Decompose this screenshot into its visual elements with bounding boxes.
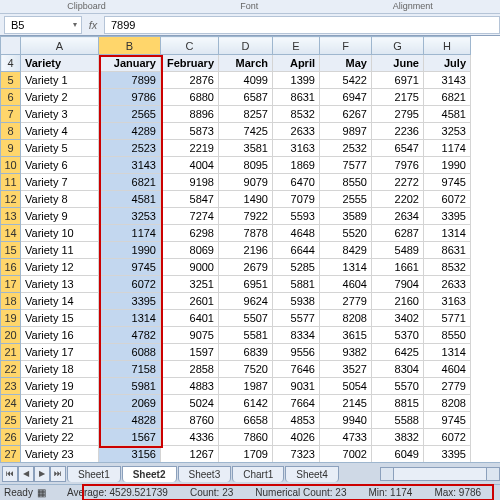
header-cell[interactable]: May (320, 55, 372, 72)
cell[interactable]: Variety 1 (21, 72, 99, 89)
cell[interactable]: 7664 (273, 395, 320, 412)
cell[interactable]: 3581 (219, 140, 273, 157)
cell[interactable]: 5520 (320, 225, 372, 242)
cell[interactable]: 3395 (424, 208, 471, 225)
cell[interactable]: 7878 (219, 225, 273, 242)
cell[interactable]: 4581 (424, 106, 471, 123)
cell[interactable]: 6072 (424, 429, 471, 446)
cell[interactable]: 2601 (161, 293, 219, 310)
cell[interactable]: 6880 (161, 89, 219, 106)
cell[interactable]: 5507 (219, 310, 273, 327)
cell[interactable]: 8257 (219, 106, 273, 123)
header-cell[interactable]: April (273, 55, 320, 72)
cell[interactable]: 2160 (372, 293, 424, 310)
cell[interactable]: 8208 (424, 395, 471, 412)
row-header-24[interactable]: 24 (1, 395, 21, 412)
row-header-18[interactable]: 18 (1, 293, 21, 310)
cell[interactable]: 9786 (99, 89, 161, 106)
cell[interactable]: 7899 (99, 72, 161, 89)
cell[interactable]: 6072 (424, 191, 471, 208)
cell[interactable]: 6658 (219, 412, 273, 429)
cell[interactable]: 1267 (161, 446, 219, 463)
cell[interactable]: Variety 21 (21, 412, 99, 429)
cell[interactable]: 4853 (273, 412, 320, 429)
row-header-22[interactable]: 22 (1, 361, 21, 378)
cell[interactable]: 5285 (273, 259, 320, 276)
tab-nav-btn[interactable]: ⏮ (2, 466, 18, 482)
cell[interactable]: 9745 (424, 412, 471, 429)
cell[interactable]: 2202 (372, 191, 424, 208)
cell[interactable]: Variety 5 (21, 140, 99, 157)
col-header-H[interactable]: H (424, 37, 471, 55)
cell[interactable]: 3395 (99, 293, 161, 310)
cell[interactable]: 1597 (161, 344, 219, 361)
cell[interactable]: 8429 (320, 242, 372, 259)
cell[interactable]: 1990 (99, 242, 161, 259)
cell[interactable]: 3527 (320, 361, 372, 378)
row-header-25[interactable]: 25 (1, 412, 21, 429)
cell[interactable]: Variety 17 (21, 344, 99, 361)
cell[interactable]: 5570 (372, 378, 424, 395)
cell[interactable]: 9940 (320, 412, 372, 429)
cell[interactable]: 8304 (372, 361, 424, 378)
formula-bar[interactable]: 7899 (104, 16, 500, 34)
cell[interactable]: 7158 (99, 361, 161, 378)
row-header-17[interactable]: 17 (1, 276, 21, 293)
cell[interactable]: 9075 (161, 327, 219, 344)
cell[interactable]: 5370 (372, 327, 424, 344)
cell[interactable]: 4733 (320, 429, 372, 446)
cell[interactable]: 8532 (273, 106, 320, 123)
sheet-tab-chart1[interactable]: Chart1 (232, 466, 284, 482)
cell[interactable]: Variety 6 (21, 157, 99, 174)
cell[interactable]: 2679 (219, 259, 273, 276)
cell[interactable]: Variety 19 (21, 378, 99, 395)
tab-nav-btn[interactable]: ⏭ (50, 466, 66, 482)
row-header-23[interactable]: 23 (1, 378, 21, 395)
cell[interactable]: Variety 10 (21, 225, 99, 242)
cell[interactable]: 7079 (273, 191, 320, 208)
cell[interactable]: 1567 (99, 429, 161, 446)
cell[interactable]: 5873 (161, 123, 219, 140)
cell[interactable]: 6644 (273, 242, 320, 259)
cell[interactable]: 1661 (372, 259, 424, 276)
sheet-tab-sheet4[interactable]: Sheet4 (285, 466, 339, 482)
cell[interactable]: 4099 (219, 72, 273, 89)
cell[interactable]: 2633 (424, 276, 471, 293)
cell[interactable]: 5577 (273, 310, 320, 327)
cell[interactable]: Variety 4 (21, 123, 99, 140)
cell[interactable]: 9556 (273, 344, 320, 361)
cell[interactable]: 2779 (320, 293, 372, 310)
cell[interactable]: 6088 (99, 344, 161, 361)
row-header-21[interactable]: 21 (1, 344, 21, 361)
cell[interactable]: Variety 8 (21, 191, 99, 208)
cell[interactable]: 2858 (161, 361, 219, 378)
cell[interactable]: 4828 (99, 412, 161, 429)
cell[interactable]: 9198 (161, 174, 219, 191)
cell[interactable]: 6839 (219, 344, 273, 361)
cell[interactable]: 1987 (219, 378, 273, 395)
cell[interactable]: 4336 (161, 429, 219, 446)
cell[interactable]: 8760 (161, 412, 219, 429)
cell[interactable]: 6142 (219, 395, 273, 412)
cell[interactable]: 2795 (372, 106, 424, 123)
cell[interactable]: 9624 (219, 293, 273, 310)
cell[interactable]: 3615 (320, 327, 372, 344)
cell[interactable]: 5422 (320, 72, 372, 89)
row-header-11[interactable]: 11 (1, 174, 21, 191)
cell[interactable]: 6401 (161, 310, 219, 327)
cell[interactable]: 6049 (372, 446, 424, 463)
cell[interactable]: 7323 (273, 446, 320, 463)
cell[interactable]: 5489 (372, 242, 424, 259)
cell[interactable]: 7520 (219, 361, 273, 378)
row-header-7[interactable]: 7 (1, 106, 21, 123)
cell[interactable]: 3143 (99, 157, 161, 174)
row-header-8[interactable]: 8 (1, 123, 21, 140)
cell[interactable]: 3253 (99, 208, 161, 225)
cell[interactable]: 9745 (99, 259, 161, 276)
cell[interactable]: 6947 (320, 89, 372, 106)
cell[interactable]: 5981 (99, 378, 161, 395)
cell[interactable]: Variety 2 (21, 89, 99, 106)
cell[interactable]: 7425 (219, 123, 273, 140)
cell[interactable]: 7002 (320, 446, 372, 463)
cell[interactable]: Variety 14 (21, 293, 99, 310)
